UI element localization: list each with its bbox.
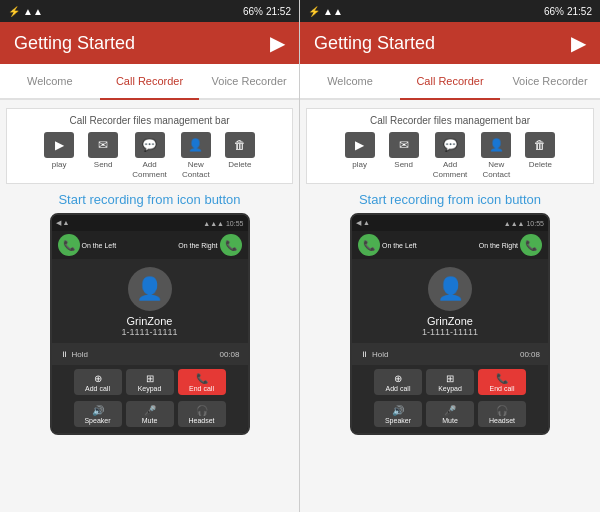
record-prompt-right: Start recording from icon button <box>359 192 541 207</box>
phone-time-left: ▲▲▲ 10:55 <box>203 220 243 227</box>
right-panel: ⚡ ▲▲ 66% 21:52 Getting Started ▶ Welcome… <box>300 0 600 512</box>
keypad-icon-right: ⊞ <box>446 373 454 384</box>
comment-label-right: AddComment <box>433 160 468 179</box>
call-name-left: GrinZone <box>127 315 173 327</box>
mgmt-bar-left: Call Recorder files management bar ▶ pla… <box>6 108 293 184</box>
mute-btn-left[interactable]: 🎤 Mute <box>126 401 174 427</box>
hold-label-left: Hold <box>72 350 88 359</box>
mute-icon-left: 🎤 <box>144 405 156 416</box>
headset-btn-right[interactable]: 🎧 Headset <box>478 401 526 427</box>
app-title-left: Getting Started <box>14 33 135 54</box>
send-btn-left[interactable]: ✉ <box>88 132 118 158</box>
battery-text-r: 66% <box>544 6 564 17</box>
call-avatar-left: 👤 <box>128 267 172 311</box>
play-label-left: play <box>52 160 67 170</box>
play-btn-left[interactable]: ▶ <box>44 132 74 158</box>
end-call-icon-right: 📞 <box>496 373 508 384</box>
call-name-right: GrinZone <box>427 315 473 327</box>
mgmt-delete-right: 🗑 Delete <box>525 132 555 170</box>
bluetooth-icon-r: ⚡ <box>308 6 320 17</box>
mute-btn-right[interactable]: 🎤 Mute <box>426 401 474 427</box>
speaker-label-left: Speaker <box>84 417 110 424</box>
phone-screen-left: ◀ ▲ ▲▲▲ 10:55 📞 On the Left On the Right… <box>50 213 250 435</box>
end-call-btn-right[interactable]: 📞 End call <box>478 369 526 395</box>
phone-mockup-left: ◀ ▲ ▲▲▲ 10:55 📞 On the Left On the Right… <box>50 213 250 435</box>
content-left: Call Recorder files management bar ▶ pla… <box>0 100 299 512</box>
mgmt-bar-title-left: Call Recorder files management bar <box>69 115 229 126</box>
next-arrow-right[interactable]: ▶ <box>571 31 586 55</box>
headset-icon-right: 🎧 <box>496 405 508 416</box>
speaker-icon-right: 🔊 <box>392 405 404 416</box>
keypad-icon-left: ⊞ <box>146 373 154 384</box>
keypad-btn-left[interactable]: ⊞ Keypad <box>126 369 174 395</box>
phone-statusbar-right: ◀ ▲ ▲▲▲ 10:55 <box>352 215 548 231</box>
phone-mockup-right: ◀ ▲ ▲▲▲ 10:55 📞 On the Left On the Right… <box>350 213 550 435</box>
next-arrow-left[interactable]: ▶ <box>270 31 285 55</box>
phone-time-right: ▲▲▲ 10:55 <box>504 220 544 227</box>
tab-welcome-left[interactable]: Welcome <box>0 64 100 100</box>
tabs-right: Welcome Call Recorder Voice Recorder <box>300 64 600 100</box>
tab-voice-recorder-right[interactable]: Voice Recorder <box>500 64 600 100</box>
call-left-btn-left[interactable]: 📞 <box>58 234 80 256</box>
keypad-label-left: Keypad <box>138 385 162 392</box>
hold-bar-right: ⏸ Hold 00:08 <box>352 343 548 365</box>
call-body-left: 👤 GrinZone 1-1111-11111 <box>52 259 248 343</box>
speaker-btn-left[interactable]: 🔊 Speaker <box>74 401 122 427</box>
call-btns-row2-left: 🔊 Speaker 🎤 Mute 🎧 Headset <box>52 399 248 433</box>
end-call-label-left: End call <box>189 385 214 392</box>
send-btn-right[interactable]: ✉ <box>389 132 419 158</box>
mgmt-icons-right: ▶ play ✉ Send 💬 AddComment 👤 NewContact … <box>345 132 556 179</box>
end-call-btn-left[interactable]: 📞 End call <box>178 369 226 395</box>
mgmt-send-left: ✉ Send <box>88 132 118 170</box>
signal-icon-r: ▲▲ <box>323 6 343 17</box>
mgmt-play-right: ▶ play <box>345 132 375 170</box>
add-call-btn-right[interactable]: ⊕ Add call <box>374 369 422 395</box>
speaker-icon-left: 🔊 <box>92 405 104 416</box>
play-label-right: play <box>352 160 367 170</box>
play-btn-right[interactable]: ▶ <box>345 132 375 158</box>
call-avatar-right: 👤 <box>428 267 472 311</box>
contact-label-left: NewContact <box>182 160 210 179</box>
tab-call-recorder-right[interactable]: Call Recorder <box>400 64 500 100</box>
app-header-left: Getting Started ▶ <box>0 22 299 64</box>
app-title-right: Getting Started <box>314 33 435 54</box>
add-call-btn-left[interactable]: ⊕ Add call <box>74 369 122 395</box>
mgmt-comment-left: 💬 AddComment <box>132 132 167 179</box>
call-btns-row1-left: ⊕ Add call ⊞ Keypad 📞 End call <box>52 365 248 399</box>
contact-label-right: NewContact <box>483 160 511 179</box>
left-panel: ⚡ ▲▲ 66% 21:52 Getting Started ▶ Welcome… <box>0 0 300 512</box>
bluetooth-icon: ⚡ <box>8 6 20 17</box>
comment-btn-left[interactable]: 💬 <box>135 132 165 158</box>
call-left-btn-right[interactable]: 📞 <box>358 234 380 256</box>
call-btns-row2-right: 🔊 Speaker 🎤 Mute 🎧 Headset <box>352 399 548 433</box>
delete-btn-left[interactable]: 🗑 <box>225 132 255 158</box>
call-right-btn-left[interactable]: 📞 <box>220 234 242 256</box>
mgmt-contact-left: 👤 NewContact <box>181 132 211 179</box>
hold-timer-right: 00:08 <box>520 350 540 359</box>
tabs-left: Welcome Call Recorder Voice Recorder <box>0 64 299 100</box>
app-header-right: Getting Started ▶ <box>300 22 600 64</box>
call-right-label: On the Right <box>178 242 217 249</box>
status-icons-left: ⚡ ▲▲ <box>8 6 43 17</box>
status-info-right-r: 66% 21:52 <box>544 6 592 17</box>
call-right-label-r: On the Right <box>479 242 518 249</box>
delete-btn-right[interactable]: 🗑 <box>525 132 555 158</box>
contact-btn-left[interactable]: 👤 <box>181 132 211 158</box>
speaker-btn-right[interactable]: 🔊 Speaker <box>374 401 422 427</box>
mgmt-send-right: ✉ Send <box>389 132 419 170</box>
call-number-left: 1-1111-11111 <box>121 327 177 337</box>
end-call-label-right: End call <box>490 385 515 392</box>
call-right-btn-right[interactable]: 📞 <box>520 234 542 256</box>
headset-label-left: Headset <box>188 417 214 424</box>
keypad-btn-right[interactable]: ⊞ Keypad <box>426 369 474 395</box>
tab-welcome-right[interactable]: Welcome <box>300 64 400 100</box>
hold-icon-right: ⏸ Hold <box>360 350 388 359</box>
comment-btn-right[interactable]: 💬 <box>435 132 465 158</box>
contact-btn-right[interactable]: 👤 <box>481 132 511 158</box>
tab-voice-recorder-left[interactable]: Voice Recorder <box>199 64 299 100</box>
send-label-right: Send <box>394 160 413 170</box>
headset-btn-left[interactable]: 🎧 Headset <box>178 401 226 427</box>
call-header-left: 📞 On the Left On the Right 📞 <box>52 231 248 259</box>
tab-call-recorder-left[interactable]: Call Recorder <box>100 64 200 100</box>
keypad-label-right: Keypad <box>438 385 462 392</box>
